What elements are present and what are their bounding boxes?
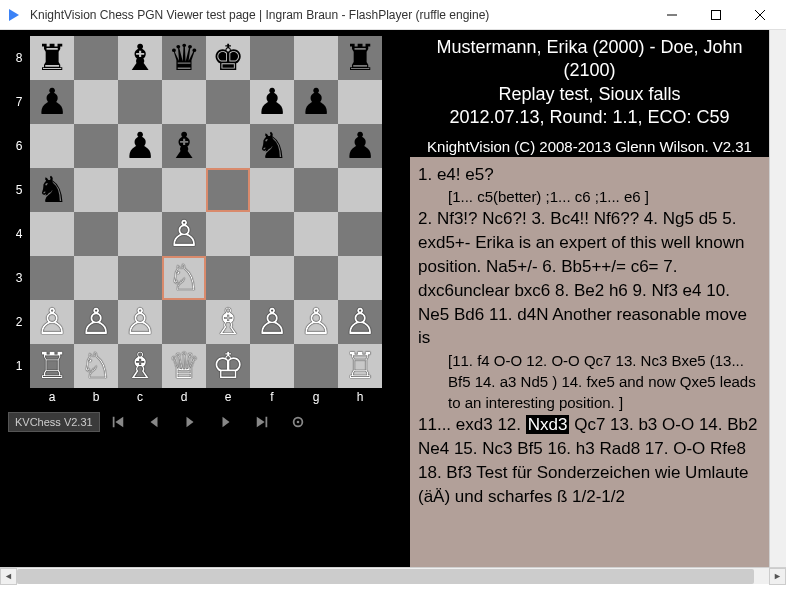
square-b4[interactable] <box>74 212 118 256</box>
wp-piece[interactable]: ♙ <box>256 304 288 340</box>
bk-piece[interactable]: ♚ <box>212 40 244 76</box>
square-e3[interactable] <box>206 256 250 300</box>
first-move-button[interactable] <box>100 410 136 434</box>
square-c2[interactable]: ♙ <box>118 300 162 344</box>
square-c1[interactable]: ♗ <box>118 344 162 388</box>
move-text[interactable]: 11... exd3 12. Nxd3 Qc7 13. b3 O-O 14. B… <box>418 413 761 508</box>
wp-piece[interactable]: ♙ <box>80 304 112 340</box>
wn-piece[interactable]: ♘ <box>168 260 200 296</box>
play-button[interactable] <box>172 410 208 434</box>
wr-piece[interactable]: ♖ <box>344 348 376 384</box>
square-b1[interactable]: ♘ <box>74 344 118 388</box>
square-e5[interactable] <box>206 168 250 212</box>
wp-piece[interactable]: ♙ <box>124 304 156 340</box>
square-d5[interactable] <box>162 168 206 212</box>
square-g4[interactable] <box>294 212 338 256</box>
bn-piece[interactable]: ♞ <box>256 128 288 164</box>
square-d2[interactable] <box>162 300 206 344</box>
wr-piece[interactable]: ♖ <box>36 348 68 384</box>
wp-piece[interactable]: ♙ <box>168 216 200 252</box>
square-d6[interactable]: ♝ <box>162 124 206 168</box>
move-list[interactable]: 1. e4! e5? [1... c5(better) ;1... c6 ;1.… <box>410 157 769 515</box>
move-text[interactable]: 2. Nf3!? Nc6?! 3. Bc4!! Nf6?? 4. Ng5 d5 … <box>418 207 761 350</box>
square-b6[interactable] <box>74 124 118 168</box>
vertical-scrollbar[interactable] <box>769 30 786 567</box>
square-a2[interactable]: ♙ <box>30 300 74 344</box>
square-f4[interactable] <box>250 212 294 256</box>
square-f7[interactable]: ♟ <box>250 80 294 124</box>
wp-piece[interactable]: ♙ <box>300 304 332 340</box>
wq-piece[interactable]: ♕ <box>168 348 200 384</box>
square-h2[interactable]: ♙ <box>338 300 382 344</box>
wk-piece[interactable]: ♔ <box>212 348 244 384</box>
variation-text[interactable]: [11. f4 O-O 12. O-O Qc7 13. Nc3 Bxe5 (13… <box>418 350 761 413</box>
bb-piece[interactable]: ♝ <box>124 40 156 76</box>
square-d8[interactable]: ♛ <box>162 36 206 80</box>
wb-piece[interactable]: ♗ <box>212 304 244 340</box>
square-a6[interactable] <box>30 124 74 168</box>
bp-piece[interactable]: ♟ <box>256 84 288 120</box>
square-e8[interactable]: ♚ <box>206 36 250 80</box>
wp-piece[interactable]: ♙ <box>344 304 376 340</box>
square-e4[interactable] <box>206 212 250 256</box>
square-g8[interactable] <box>294 36 338 80</box>
bn-piece[interactable]: ♞ <box>36 172 68 208</box>
square-f5[interactable] <box>250 168 294 212</box>
square-d4[interactable]: ♙ <box>162 212 206 256</box>
bp-piece[interactable]: ♟ <box>36 84 68 120</box>
wb-piece[interactable]: ♗ <box>124 348 156 384</box>
square-e1[interactable]: ♔ <box>206 344 250 388</box>
square-g3[interactable] <box>294 256 338 300</box>
square-g7[interactable]: ♟ <box>294 80 338 124</box>
scroll-left-button[interactable]: ◄ <box>0 568 17 585</box>
square-d7[interactable] <box>162 80 206 124</box>
wn-piece[interactable]: ♘ <box>80 348 112 384</box>
square-h1[interactable]: ♖ <box>338 344 382 388</box>
square-c6[interactable]: ♟ <box>118 124 162 168</box>
square-b5[interactable] <box>74 168 118 212</box>
last-move-button[interactable] <box>244 410 280 434</box>
square-g1[interactable] <box>294 344 338 388</box>
square-a1[interactable]: ♖ <box>30 344 74 388</box>
square-h8[interactable]: ♜ <box>338 36 382 80</box>
square-f6[interactable]: ♞ <box>250 124 294 168</box>
scroll-track[interactable] <box>17 568 769 585</box>
square-a3[interactable] <box>30 256 74 300</box>
square-e6[interactable] <box>206 124 250 168</box>
bp-piece[interactable]: ♟ <box>300 84 332 120</box>
square-g2[interactable]: ♙ <box>294 300 338 344</box>
settings-button[interactable] <box>280 410 316 434</box>
square-f1[interactable] <box>250 344 294 388</box>
prev-move-button[interactable] <box>136 410 172 434</box>
square-h3[interactable] <box>338 256 382 300</box>
square-h4[interactable] <box>338 212 382 256</box>
next-move-button[interactable] <box>208 410 244 434</box>
variation-text[interactable]: [1... c5(better) ;1... c6 ;1... e6 ] <box>418 186 761 207</box>
br-piece[interactable]: ♜ <box>36 40 68 76</box>
square-f3[interactable] <box>250 256 294 300</box>
square-g6[interactable] <box>294 124 338 168</box>
minimize-button[interactable] <box>650 0 694 30</box>
square-c7[interactable] <box>118 80 162 124</box>
square-a5[interactable]: ♞ <box>30 168 74 212</box>
square-h6[interactable]: ♟ <box>338 124 382 168</box>
bp-piece[interactable]: ♟ <box>124 128 156 164</box>
maximize-button[interactable] <box>694 0 738 30</box>
square-e2[interactable]: ♗ <box>206 300 250 344</box>
horizontal-scrollbar[interactable]: ◄ ► <box>0 567 786 584</box>
square-f8[interactable] <box>250 36 294 80</box>
square-c3[interactable] <box>118 256 162 300</box>
square-b2[interactable]: ♙ <box>74 300 118 344</box>
bq-piece[interactable]: ♛ <box>168 40 200 76</box>
square-c5[interactable] <box>118 168 162 212</box>
square-g5[interactable] <box>294 168 338 212</box>
square-b7[interactable] <box>74 80 118 124</box>
square-c4[interactable] <box>118 212 162 256</box>
square-a7[interactable]: ♟ <box>30 80 74 124</box>
bp-piece[interactable]: ♟ <box>344 128 376 164</box>
wp-piece[interactable]: ♙ <box>36 304 68 340</box>
square-f2[interactable]: ♙ <box>250 300 294 344</box>
bb-piece[interactable]: ♝ <box>168 128 200 164</box>
square-b8[interactable] <box>74 36 118 80</box>
close-button[interactable] <box>738 0 782 30</box>
